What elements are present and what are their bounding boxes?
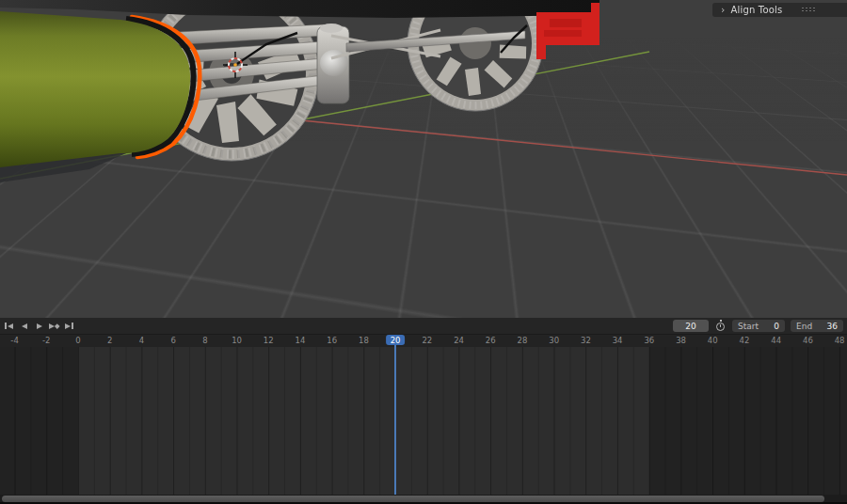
ruler-tick-label: 32 <box>581 336 591 345</box>
start-label: Start <box>738 322 759 331</box>
start-value: 0 <box>774 322 779 331</box>
ruler-tick-label: -4 <box>10 336 18 345</box>
ruler-tick-label: 40 <box>708 336 718 345</box>
play-reverse-button[interactable] <box>18 320 30 332</box>
timeline-editor: 20 Start 0 End 36 -4-2024681012141618202… <box>0 318 847 504</box>
blender-window: › Align Tools 20 Start <box>0 0 847 504</box>
timeline-tracks-area[interactable] <box>0 347 847 495</box>
bar-icon <box>72 323 73 329</box>
triangle-right-icon <box>37 323 42 329</box>
auto-keyframe-stopwatch-button[interactable] <box>714 320 727 332</box>
ruler-tick-label: -2 <box>42 336 50 345</box>
ruler-tick-label: 26 <box>486 336 496 345</box>
end-frame-field[interactable]: End 36 <box>791 320 843 332</box>
footplate-slab[interactable] <box>0 0 599 18</box>
jump-to-start-button[interactable] <box>3 320 15 332</box>
frame-gridlines <box>0 347 847 495</box>
align-tools-title: Align Tools <box>730 5 782 15</box>
bar-icon <box>5 323 7 329</box>
ruler-tick-label: 42 <box>740 336 750 345</box>
timeline-scrollbar-track[interactable] <box>0 495 847 502</box>
x-axis-line <box>301 120 847 175</box>
ruler-tick-label: 30 <box>549 336 559 345</box>
ruler-tick-label: 24 <box>454 336 464 345</box>
end-value: 36 <box>827 322 838 331</box>
play-forward-button[interactable] <box>33 320 45 332</box>
ruler-tick-label: 4 <box>139 336 144 345</box>
playhead[interactable] <box>394 345 396 495</box>
ruler-tick-label: 18 <box>359 336 369 345</box>
ruler-tick-label: 16 <box>327 336 337 345</box>
next-keyframe-button[interactable] <box>48 320 60 332</box>
3d-viewport[interactable]: › Align Tools <box>0 0 847 318</box>
keyframe-diamond-icon <box>56 323 60 328</box>
end-label: End <box>796 322 812 331</box>
ruler-tick-label: 44 <box>771 336 781 345</box>
ruler-tick-label: 2 <box>107 336 112 345</box>
ruler-tick-label: 22 <box>422 336 432 345</box>
triangle-left-icon <box>8 323 13 329</box>
ruler-tick-label: 48 <box>835 336 845 345</box>
ruler-tick-label: 46 <box>803 336 813 345</box>
start-frame-field[interactable]: Start 0 <box>732 320 785 332</box>
ruler-tick-label: 14 <box>296 336 306 345</box>
current-frame-pill[interactable]: 20 <box>386 335 405 345</box>
drag-grip-icon[interactable] <box>802 8 817 13</box>
frame-range-controls: 20 Start 0 End 36 <box>673 320 843 332</box>
ruler-tick-label: 8 <box>202 336 207 345</box>
chevron-right-icon: › <box>721 5 725 15</box>
align-tools-panel-header[interactable]: › Align Tools <box>712 3 847 17</box>
ruler-tick-label: 34 <box>613 336 623 345</box>
ruler-tick-label: 10 <box>232 336 242 345</box>
playback-controls <box>3 320 75 332</box>
triangle-right-icon <box>65 323 71 329</box>
current-frame-value: 20 <box>685 322 695 331</box>
ruler-tick-label: 36 <box>644 336 654 345</box>
current-frame-field[interactable]: 20 <box>673 320 709 332</box>
timeline-ruler[interactable]: -4-2024681012141618202224262830323436384… <box>0 335 847 347</box>
ruler-tick-label: 28 <box>518 336 528 345</box>
scene-canvas <box>0 0 847 318</box>
triangle-left-icon <box>22 323 27 329</box>
timeline-header: 20 Start 0 End 36 <box>0 318 847 335</box>
ruler-tick-label: 6 <box>170 336 175 345</box>
stopwatch-icon <box>716 323 725 331</box>
timeline-scrollbar-thumb[interactable] <box>2 496 824 502</box>
jump-to-end-button[interactable] <box>63 320 75 332</box>
ruler-tick-label: 12 <box>264 336 274 345</box>
ruler-tick-label: 38 <box>676 336 686 345</box>
green-boiler-cylinder[interactable] <box>0 11 200 167</box>
ruler-tick-label: 0 <box>75 336 80 345</box>
